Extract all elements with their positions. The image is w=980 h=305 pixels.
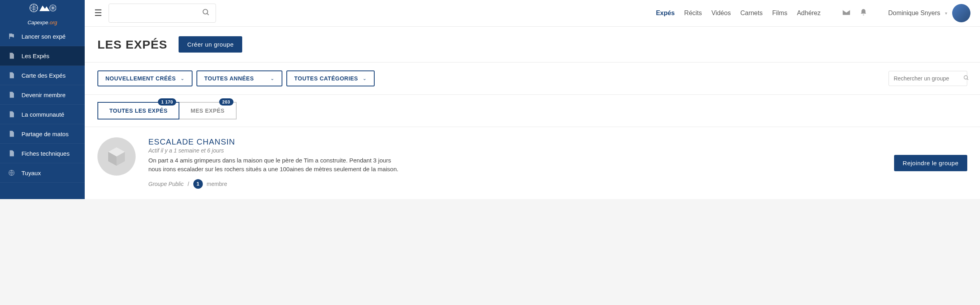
flag-icon — [8, 33, 15, 40]
group-search-input[interactable] — [894, 75, 963, 82]
chevron-down-icon: ⌄ — [181, 76, 185, 81]
join-group-button[interactable]: Rejoindre le groupe — [894, 155, 967, 171]
sidebar-item-expes[interactable]: Les Expés — [0, 46, 85, 66]
document-icon — [8, 72, 15, 79]
filter-years-label: TOUTES ANNÉES — [204, 75, 254, 82]
filter-categories[interactable]: TOUTES CATÉGORIES ⌄ — [286, 70, 375, 86]
search-icon[interactable] — [963, 75, 969, 82]
chevron-down-icon: ⌄ — [363, 76, 367, 81]
group-footer: Groupe Public / 1 membre — [148, 179, 881, 189]
group-visibility: Groupe Public — [148, 181, 184, 187]
top-nav: Expés Récits Vidéos Carnets Films Adhére… — [656, 4, 970, 22]
nav-videos[interactable]: Vidéos — [712, 10, 731, 17]
sidebar-item-label: Lancer son expé — [21, 33, 66, 40]
filter-sort[interactable]: NOUVELLEMENT CRÉÉS ⌄ — [97, 70, 192, 86]
main-content: ☰ Expés Récits Vidéos Carnets Films Adhé… — [85, 0, 980, 199]
nav-films[interactable]: Films — [772, 10, 787, 17]
sidebar-item-label: Tuyaux — [21, 170, 41, 176]
sidebar-item-matos[interactable]: Partage de matos — [0, 124, 85, 144]
sidebar-item-lancer[interactable]: Lancer son expé — [0, 27, 85, 46]
sidebar-item-label: Devenir membre — [21, 92, 66, 98]
chevron-down-icon: ▾ — [945, 11, 947, 16]
sidebar-item-label: Les Expés — [21, 53, 49, 59]
global-search[interactable] — [109, 4, 216, 23]
member-count: 1 — [193, 179, 203, 189]
document-icon — [8, 52, 15, 59]
tab-label: TOUTES LES EXPÉS — [109, 108, 167, 114]
bell-icon[interactable] — [859, 8, 867, 19]
menu-toggle-icon[interactable]: ☰ — [94, 8, 102, 18]
tabs: TOUTES LES EXPÉS 1 170 MES EXPÉS 203 — [85, 95, 980, 127]
global-search-input[interactable] — [115, 10, 202, 17]
document-icon — [8, 91, 15, 98]
sidebar-item-label: La communauté — [21, 111, 64, 118]
document-icon — [8, 150, 15, 157]
sidebar: Capexpe.org Lancer son expé Les Expés Ca… — [0, 0, 85, 199]
logo[interactable]: Capexpe.org — [0, 0, 85, 27]
group-body: ESCALADE CHANSIN Actif il y a 1 semaine … — [148, 137, 881, 189]
document-icon — [8, 111, 15, 118]
member-label: membre — [207, 181, 227, 187]
logo-text: Capexpe.org — [27, 20, 57, 25]
topbar: ☰ Expés Récits Vidéos Carnets Films Adhé… — [85, 0, 980, 27]
user-menu[interactable]: Dominique Snyers ▾ — [888, 4, 970, 22]
group-search[interactable] — [889, 71, 967, 86]
group-card: ESCALADE CHANSIN Actif il y a 1 semaine … — [85, 127, 980, 199]
svg-point-3 — [203, 9, 208, 14]
tab-count-badge: 1 170 — [158, 98, 176, 106]
filter-categories-label: TOUTES CATÉGORIES — [294, 75, 358, 82]
chevron-down-icon: ⌄ — [270, 76, 274, 81]
group-avatar[interactable] — [97, 137, 136, 176]
filter-sort-label: NOUVELLEMENT CRÉÉS — [105, 75, 176, 82]
tab-my-expes[interactable]: MES EXPÉS 203 — [179, 102, 236, 119]
sidebar-item-carte[interactable]: Carte des Expés — [0, 66, 85, 85]
nav-carnets[interactable]: Carnets — [740, 10, 762, 17]
cube-icon — [105, 145, 128, 168]
globe-icon — [8, 169, 15, 176]
mail-icon[interactable] — [842, 8, 851, 19]
page-title: LES EXPÉS — [97, 38, 167, 51]
sidebar-item-tuyaux[interactable]: Tuyaux — [0, 163, 85, 183]
search-icon[interactable] — [202, 8, 210, 18]
page-header: LES EXPÉS Créer un groupe — [85, 27, 980, 63]
sidebar-item-communaute[interactable]: La communauté — [0, 105, 85, 124]
nav-recits[interactable]: Récits — [684, 10, 702, 17]
create-group-button[interactable]: Créer un groupe — [179, 36, 243, 53]
group-title[interactable]: ESCALADE CHANSIN — [148, 137, 881, 147]
logo-icon — [28, 1, 56, 17]
document-icon — [8, 130, 15, 137]
svg-point-4 — [964, 76, 968, 79]
filter-years[interactable]: TOUTES ANNÉES ⌄ — [196, 70, 282, 86]
sidebar-item-label: Fiches techniques — [21, 150, 70, 157]
app-root: Capexpe.org Lancer son expé Les Expés Ca… — [0, 0, 980, 199]
sidebar-item-membre[interactable]: Devenir membre — [0, 85, 85, 105]
tab-all-expes[interactable]: TOUTES LES EXPÉS 1 170 — [97, 102, 179, 119]
avatar[interactable] — [952, 4, 970, 22]
user-name: Dominique Snyers — [888, 10, 940, 17]
separator: / — [188, 181, 189, 187]
top-icons — [842, 8, 867, 19]
nav-adherez[interactable]: Adhérez — [797, 10, 821, 17]
nav-expes[interactable]: Expés — [656, 10, 675, 17]
group-description: On part a 4 amis grimpeurs dans la maiso… — [148, 156, 403, 174]
sidebar-item-label: Carte des Expés — [21, 72, 66, 79]
tab-label: MES EXPÉS — [191, 108, 224, 114]
tab-count-badge: 203 — [219, 98, 233, 106]
filters-row: NOUVELLEMENT CRÉÉS ⌄ TOUTES ANNÉES ⌄ TOU… — [85, 63, 980, 95]
sidebar-item-fiches[interactable]: Fiches techniques — [0, 144, 85, 163]
group-activity: Actif il y a 1 semaine et 6 jours — [148, 147, 881, 154]
sidebar-item-label: Partage de matos — [21, 131, 68, 137]
